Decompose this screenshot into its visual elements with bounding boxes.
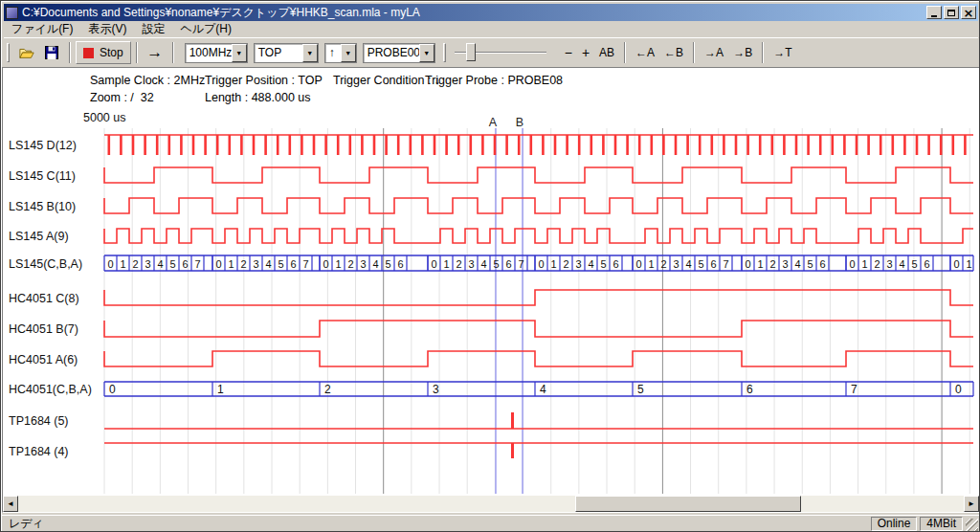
svg-text:7: 7 <box>302 258 308 270</box>
title-bar[interactable]: C:¥Documents and Settings¥noname¥デスクトップ¥… <box>4 4 978 21</box>
cursor-layer[interactable] <box>496 128 523 494</box>
svg-text:0: 0 <box>109 383 116 396</box>
trace-ls145-b-10 <box>104 198 973 213</box>
svg-text:0: 0 <box>745 258 750 270</box>
probe-select[interactable]: PROBE00 ▼ <box>363 43 435 63</box>
toolbar-separator <box>69 42 71 63</box>
trigger-position-value: TOP <box>255 46 302 59</box>
goto-trigger-button[interactable]: →T <box>768 41 796 64</box>
svg-text:5: 5 <box>600 258 606 270</box>
sample-clock-value: 100MHz <box>186 46 232 59</box>
client-area: Sample Clock : 2MHz Trigger Position : T… <box>2 67 980 513</box>
status-bar: レディ Online 4MBit <box>2 515 980 531</box>
svg-text:6: 6 <box>290 258 296 270</box>
cursor-a-label: A <box>489 116 498 129</box>
svg-text:3: 3 <box>673 258 679 270</box>
trace-hc4051-a-6 <box>104 351 973 366</box>
time-scale-label: 5000 us <box>83 111 125 124</box>
svg-text:0: 0 <box>955 383 962 396</box>
svg-text:2: 2 <box>324 383 331 396</box>
status-online: Online <box>871 517 918 531</box>
svg-text:0: 0 <box>431 258 436 270</box>
svg-text:5: 5 <box>637 383 644 396</box>
channel-label-ls145-a-9: LS145 A(9) <box>9 230 69 243</box>
svg-text:0: 0 <box>215 258 221 270</box>
svg-text:0: 0 <box>953 258 959 270</box>
minimize-icon <box>931 15 937 17</box>
maximize-icon <box>947 10 955 16</box>
toolbar-separator <box>172 42 174 63</box>
trigger-position-dropdown-button[interactable]: ▼ <box>302 44 318 62</box>
forward-cursor-a-button[interactable]: →A <box>700 41 728 64</box>
menu-view[interactable]: 表示(V) <box>80 20 134 38</box>
trigger-edge-select[interactable]: ↑ ▼ <box>324 43 357 63</box>
svg-text:5: 5 <box>807 258 813 270</box>
forward-cursor-b-button[interactable]: →B <box>728 41 757 64</box>
svg-text:7: 7 <box>194 258 200 270</box>
goto-cursor-a-button[interactable]: ←A <box>631 41 659 64</box>
svg-text:3: 3 <box>433 383 439 396</box>
scroll-right-icon: ► <box>968 499 975 508</box>
channel-label-tp1684-5: TP1684 (5) <box>9 414 69 428</box>
status-memory: 4MBit <box>920 517 963 531</box>
info-trigger-position: Trigger Position : TOP <box>205 74 323 87</box>
zoom-slider-thumb[interactable] <box>466 43 476 61</box>
open-file-button[interactable] <box>14 41 39 64</box>
zoom-slider[interactable] <box>453 41 548 64</box>
app-icon <box>6 7 18 19</box>
svg-text:5: 5 <box>911 258 917 270</box>
menu-help[interactable]: ヘルプ(H) <box>172 20 239 38</box>
run-arrow-icon: → <box>146 43 163 62</box>
trigger-edge-dropdown-button[interactable]: ▼ <box>341 44 356 62</box>
scroll-left-button[interactable]: ◄ <box>3 496 18 512</box>
trace-tp1684-5 <box>104 412 973 429</box>
ab-cursor-button[interactable]: AB <box>594 41 619 64</box>
trigger-position-select[interactable]: TOP ▼ <box>254 43 319 63</box>
svg-text:4: 4 <box>588 258 593 270</box>
sample-clock-select[interactable]: 100MHz ▼ <box>185 43 248 63</box>
svg-text:6: 6 <box>746 383 753 396</box>
waveform-canvas: 5000 usLS145 D(12)LS145 C(11)LS145 B(10)… <box>3 106 979 496</box>
svg-text:6: 6 <box>710 258 716 270</box>
zoom-in-button[interactable]: + <box>577 41 594 64</box>
svg-text:6: 6 <box>924 258 929 270</box>
scroll-right-button[interactable]: ► <box>964 496 979 512</box>
channel-label-ls145-d-12: LS145 D(12) <box>9 139 77 152</box>
sample-clock-dropdown-button[interactable]: ▼ <box>232 44 247 62</box>
horizontal-scrollbar[interactable]: ◄ ► <box>3 496 979 512</box>
svg-text:5: 5 <box>278 258 283 270</box>
menu-file[interactable]: ファイル(F) <box>4 20 80 38</box>
channel-label-hc4051-c-8: HC4051 C(8) <box>9 292 79 305</box>
save-button[interactable] <box>39 41 64 64</box>
svg-text:3: 3 <box>886 258 892 270</box>
close-button[interactable]: × <box>961 6 976 19</box>
svg-text:5000 us: 5000 us <box>83 111 125 124</box>
svg-text:1: 1 <box>861 258 867 270</box>
probe-dropdown-button[interactable]: ▼ <box>419 44 434 62</box>
svg-text:1: 1 <box>648 258 654 270</box>
toolbar-separator <box>693 42 695 63</box>
svg-text:6: 6 <box>819 258 825 270</box>
svg-text:1: 1 <box>443 258 449 270</box>
svg-text:1: 1 <box>550 258 556 270</box>
svg-text:2: 2 <box>240 258 246 270</box>
close-icon: × <box>964 8 974 18</box>
trace-hc4051-c-b-a: 012345670 <box>104 382 973 396</box>
svg-text:6: 6 <box>612 258 618 270</box>
scrollbar-thumb[interactable] <box>575 496 801 512</box>
svg-text:0: 0 <box>849 258 855 270</box>
goto-cursor-b-button[interactable]: ←B <box>659 41 688 64</box>
svg-text:7: 7 <box>851 383 858 396</box>
info-zoom: Zoom : / 32 <box>90 91 154 104</box>
waveform-view[interactable]: Sample Clock : 2MHz Trigger Position : T… <box>3 68 979 496</box>
svg-text:2: 2 <box>563 258 568 270</box>
svg-text:6: 6 <box>397 258 403 270</box>
maximize-button[interactable] <box>944 6 959 19</box>
minimize-button[interactable] <box>926 6 942 19</box>
menu-settings[interactable]: 設定 <box>134 20 172 38</box>
resize-grip[interactable] <box>966 519 978 531</box>
zoom-out-button[interactable]: − <box>560 41 577 64</box>
channel-label-hc4051-c-b-a: HC4051(C,B,A) <box>9 383 92 396</box>
run-button[interactable]: → <box>143 41 167 64</box>
stop-button[interactable]: Stop <box>76 41 131 64</box>
